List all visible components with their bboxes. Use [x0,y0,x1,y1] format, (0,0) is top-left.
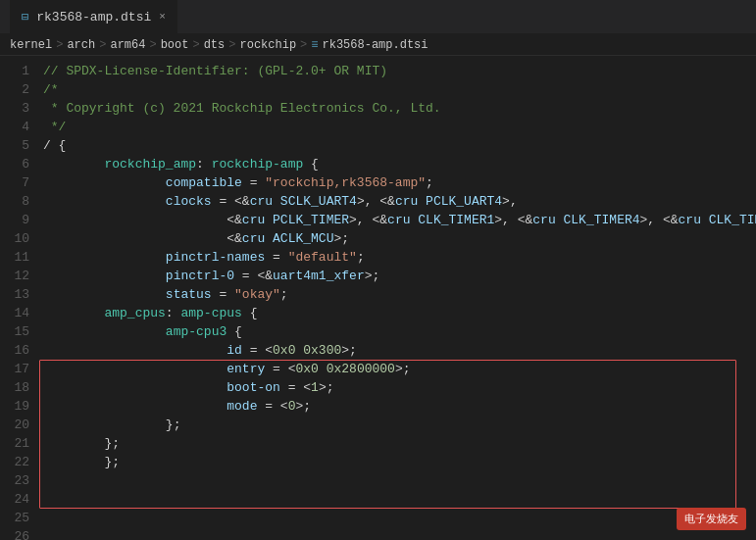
code-line-14: pinctrl-0 = <&uart4m1_xfer>; [43,267,756,285]
breadcrumb-current[interactable]: ≡ rk3568-amp.dtsi [311,38,428,52]
ln6: 6 [0,155,29,173]
tab-close-icon[interactable]: × [159,11,166,23]
ln21: 21 [0,434,29,453]
breadcrumb-dts[interactable]: dts [204,38,226,52]
code-line-9: clocks = <&cru SCLK_UART4>, <&cru PCLK_U… [43,192,756,211]
code-line-20: entry = <0x0 0x2800000>; [43,360,756,378]
ln23: 23 [0,471,29,490]
code-line-10: <&cru PCLK_TIMER>, <&cru CLK_TIMER1>, <&… [43,211,756,229]
ln16: 16 [0,341,29,360]
title-bar: ⊟ rk3568-amp.dtsi × [0,0,756,34]
ln14: 14 [0,304,29,322]
ln20: 20 [0,416,29,434]
ln11: 11 [0,248,29,267]
code-line-8: compatible = "rockchip,rk3568-amp"; [43,173,756,192]
ln24: 24 [0,490,29,509]
ln5: 5 [0,136,29,155]
code-line-3: * Copyright (c) 2021 Rockchip Electronic… [43,99,756,118]
tab-label: rk3568-amp.dtsi [36,10,151,25]
code-line-21: boot-on = <1>; [43,378,756,397]
code-line-22: mode = <0>; [43,397,756,416]
ln22: 22 [0,453,29,471]
ln4: 4 [0,118,29,136]
breadcrumb-arch[interactable]: arch [67,38,95,52]
code-line-6: / { [43,136,756,155]
breadcrumb-rockchip[interactable]: rockchip [239,38,296,52]
ln2: 2 [0,80,29,99]
code-line-1: // SPDX-License-Identifier: (GPL-2.0+ OR… [43,62,756,80]
code-content: // SPDX-License-Identifier: (GPL-2.0+ OR… [39,56,756,540]
ln7: 7 [0,173,29,192]
code-line-15: status = "okay"; [43,285,756,304]
ln9: 9 [0,211,29,229]
ln13: 13 [0,285,29,304]
tab-file-icon: ⊟ [22,10,28,25]
ln19: 19 [0,397,29,416]
code-line-25: }; [43,453,756,471]
ln3: 3 [0,99,29,118]
breadcrumb: kernel > arch > arm64 > boot > dts > roc… [0,34,756,56]
code-line-2: /* [43,80,756,99]
code-line-23: }; [43,416,756,434]
ln8: 8 [0,192,29,211]
breadcrumb-kernel[interactable]: kernel [10,38,52,52]
ln12: 12 [0,267,29,285]
code-line-13: pinctrl-names = "default"; [43,248,756,267]
ln26: 26 [0,527,29,540]
code-area: 1 2 3 4 5 6 7 8 9 10 11 12 13 14 15 16 1… [0,56,756,540]
code-line-24: }; [43,434,756,453]
ln25: 25 [0,509,29,527]
code-line-7: rockchip_amp: rockchip-amp { [43,155,756,173]
ln1: 1 [0,62,29,80]
ln10: 10 [0,229,29,248]
ln17: 17 [0,360,29,378]
file-icon: ≡ [311,38,318,52]
watermark: 电子发烧友 [677,508,746,530]
tab[interactable]: ⊟ rk3568-amp.dtsi × [10,0,177,34]
code-line-19: id = <0x0 0x300>; [43,341,756,360]
breadcrumb-filename: rk3568-amp.dtsi [323,38,428,52]
breadcrumb-boot[interactable]: boot [161,38,189,52]
code-line-11: <&cru ACLK_MCU>; [43,229,756,248]
breadcrumb-arm64[interactable]: arm64 [110,38,145,52]
code-line-18: amp-cpu3 { [43,322,756,341]
code-line-4: */ [43,118,756,136]
ln18: 18 [0,378,29,397]
ln15: 15 [0,322,29,341]
code-line-17: amp_cpus: amp-cpus { [43,304,756,322]
line-numbers: 1 2 3 4 5 6 7 8 9 10 11 12 13 14 15 16 1… [0,56,39,540]
